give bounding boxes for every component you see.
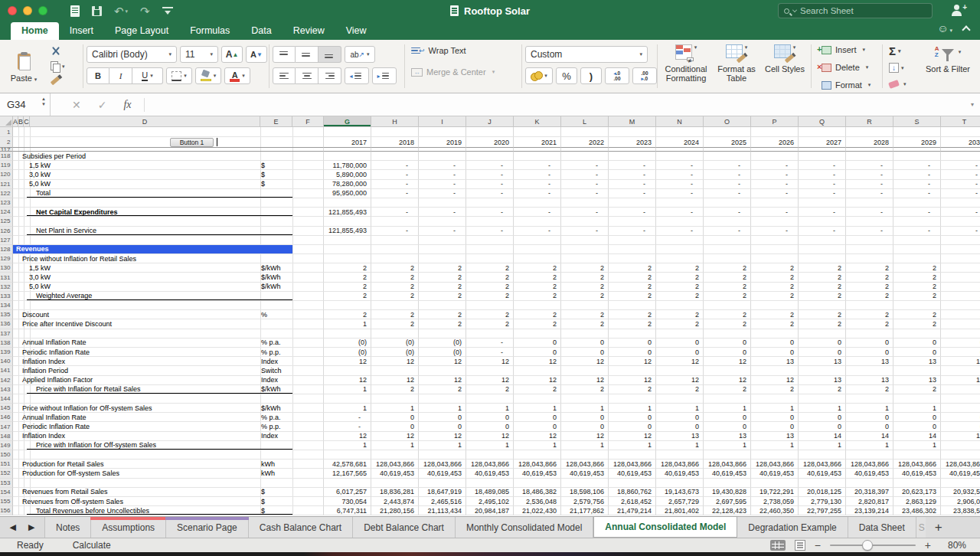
row-number-138[interactable]: 138	[0, 339, 13, 348]
cell[interactable]: 128,043,866	[893, 460, 941, 469]
cell[interactable]	[846, 394, 893, 404]
cell[interactable]: 2	[371, 283, 419, 292]
cell[interactable]: 14	[941, 432, 980, 441]
cell[interactable]: 2	[893, 273, 941, 282]
cell[interactable]: 2,443,874	[371, 497, 419, 506]
cell[interactable]: 13	[893, 357, 941, 366]
cell[interactable]: 2	[799, 263, 846, 273]
cell[interactable]: -	[561, 208, 609, 217]
cell[interactable]: -	[371, 161, 419, 170]
cell[interactable]	[893, 254, 941, 263]
cell[interactable]: -	[609, 227, 656, 236]
cell[interactable]: 0	[656, 422, 704, 431]
cell[interactable]: 12	[609, 357, 656, 366]
cell[interactable]	[751, 329, 799, 339]
cell[interactable]: 2	[466, 385, 514, 394]
cell[interactable]	[514, 329, 561, 339]
cell[interactable]: 1	[799, 404, 846, 413]
cell[interactable]: 12	[609, 432, 656, 441]
cell[interactable]	[751, 366, 799, 375]
row-label-area[interactable]: 5,0 kW$	[13, 180, 324, 189]
align-center-button[interactable]	[296, 67, 318, 84]
cell[interactable]	[609, 394, 656, 404]
sheet-tab-notes[interactable]: Notes	[44, 517, 91, 538]
cell[interactable]: -	[514, 208, 561, 217]
cell[interactable]: 12	[514, 376, 561, 385]
row-label-area[interactable]: Inflation IndexIndex	[13, 357, 324, 366]
cell[interactable]: 21,479,214	[609, 506, 656, 515]
cell[interactable]: 12	[561, 376, 609, 385]
cell[interactable]: 1	[846, 441, 893, 450]
cell[interactable]: -	[466, 161, 514, 170]
font-size-select[interactable]: 11▾	[180, 46, 218, 63]
increase-indent-button[interactable]: ▸	[372, 67, 397, 84]
cell[interactable]: 1	[704, 441, 751, 450]
cell[interactable]: 2	[941, 385, 980, 394]
cell[interactable]	[324, 127, 371, 137]
cell[interactable]	[656, 236, 704, 245]
number-format-select[interactable]: Custom▾	[525, 46, 648, 63]
row-number-145[interactable]: 145	[0, 404, 13, 413]
cell[interactable]: 2	[609, 283, 656, 292]
cell[interactable]	[466, 152, 514, 161]
row-number-147[interactable]: 147	[0, 422, 13, 431]
underline-button[interactable]: U▾	[132, 67, 163, 84]
cancel-entry-button[interactable]: ✕	[72, 99, 81, 111]
cell[interactable]: 2	[561, 385, 609, 394]
cell[interactable]: 0	[466, 422, 514, 431]
percent-style-button[interactable]: %	[556, 67, 577, 84]
insert-cells-button[interactable]: Insert▾	[816, 45, 865, 54]
cell[interactable]	[846, 127, 893, 137]
cell[interactable]: 0	[893, 348, 941, 357]
row-label-area[interactable]: Net Plant in Service	[13, 227, 324, 236]
cell[interactable]: 21,280,156	[371, 506, 419, 515]
row-number-137[interactable]: 137	[0, 329, 13, 339]
cell[interactable]: 2	[846, 385, 893, 394]
cell[interactable]: 40,619,453	[893, 469, 941, 478]
row-number-132[interactable]: 132	[0, 283, 13, 292]
cell[interactable]: 128,043,866	[941, 460, 980, 469]
sheet-tab-debt-balance-chart[interactable]: Debt Balance Chart	[353, 517, 456, 538]
cell[interactable]: 2	[799, 319, 846, 329]
cell[interactable]	[324, 450, 371, 460]
row-number-123[interactable]: 123	[0, 198, 13, 208]
cell[interactable]: 2	[799, 385, 846, 394]
cell[interactable]: 2	[419, 292, 466, 301]
cell[interactable]: 22,128,423	[704, 506, 751, 515]
cell[interactable]	[846, 236, 893, 245]
row-label-area[interactable]: Periodic Inflation Rate% p.p.	[13, 422, 324, 431]
cell[interactable]: 2	[514, 273, 561, 282]
cell[interactable]	[324, 236, 371, 245]
cell[interactable]	[324, 301, 371, 310]
wrap-text-button[interactable]: ↩ Wrap Text	[411, 46, 466, 55]
format-painter-button[interactable]	[51, 77, 60, 83]
cell[interactable]	[704, 394, 751, 404]
cell[interactable]	[704, 198, 751, 208]
row-number-131[interactable]: 131	[0, 273, 13, 282]
cell[interactable]: 0	[893, 339, 941, 348]
cell[interactable]: 12	[419, 432, 466, 441]
cell[interactable]: -	[656, 189, 704, 198]
cell[interactable]	[514, 254, 561, 263]
cell[interactable]	[514, 217, 561, 226]
merge-center-button[interactable]: ↔ Merge & Center▾	[411, 67, 495, 77]
cell[interactable]: 0	[371, 413, 419, 422]
cell[interactable]	[514, 127, 561, 137]
sheet-tab-scenario-page[interactable]: Scenario Page	[166, 517, 249, 538]
cell[interactable]: 121,855,493	[324, 208, 371, 217]
cell[interactable]: -	[656, 227, 704, 236]
cell[interactable]	[941, 127, 980, 137]
column-header-P[interactable]: P	[751, 116, 799, 127]
conditional-formatting-button[interactable]: ≠▾ Conditional Formatting	[661, 44, 711, 83]
cell[interactable]: 0	[893, 413, 941, 422]
cell[interactable]: -	[751, 161, 799, 170]
cell[interactable]: 1	[561, 441, 609, 450]
cell[interactable]	[751, 152, 799, 161]
cell[interactable]: 128,043,866	[419, 460, 466, 469]
column-header-K[interactable]: K	[514, 116, 561, 127]
cell[interactable]	[561, 254, 609, 263]
cell[interactable]	[419, 394, 466, 404]
cell[interactable]: 2	[846, 319, 893, 329]
cell[interactable]	[514, 301, 561, 310]
row-number-127[interactable]: 127	[0, 236, 13, 245]
